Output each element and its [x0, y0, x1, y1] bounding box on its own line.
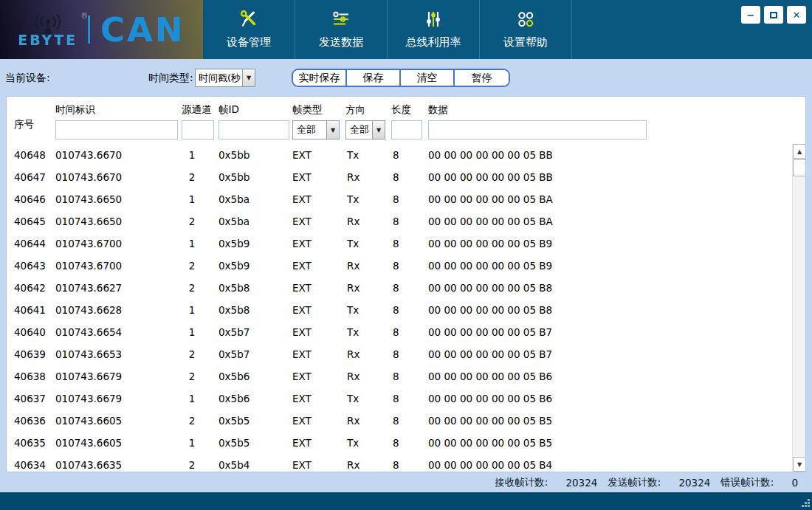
- table-row[interactable]: 40646 010743.6650 1 0x5ba EXT Tx 8 00 00…: [7, 188, 792, 210]
- cell-channel: 2: [179, 410, 205, 432]
- table-row[interactable]: 40641 010743.6628 1 0x5b8 EXT Tx 8 00 00…: [7, 299, 792, 321]
- table-row[interactable]: 40645 010743.6650 2 0x5ba EXT Rx 8 00 00…: [7, 210, 792, 232]
- column-header-frame-id: 帧ID: [219, 103, 239, 117]
- realtime-save-button[interactable]: 实时保存: [293, 70, 347, 86]
- cell-frame-id: 0x5b5: [219, 410, 250, 432]
- time-type-value: 时间戳(秒: [196, 69, 242, 86]
- table-row[interactable]: 40638 010743.6679 2 0x5b6 EXT Rx 8 00 00…: [7, 365, 792, 387]
- minimize-button[interactable]: −: [741, 6, 760, 24]
- table-row[interactable]: 40644 010743.6700 1 0x5b9 EXT Tx 8 00 00…: [7, 232, 792, 255]
- cell-frame-id: 0x5b6: [219, 365, 250, 387]
- chevron-down-icon: ▼: [326, 121, 339, 139]
- table-row[interactable]: 40643 010743.6700 2 0x5b9 EXT Rx 8 00 00…: [7, 255, 792, 277]
- nav-tab-send-data[interactable]: 发送数据: [295, 0, 388, 59]
- table-row[interactable]: 40647 010743.6670 2 0x5bb EXT Rx 8 00 00…: [7, 166, 792, 188]
- time-type-dropdown[interactable]: 时间戳(秒 ▼: [195, 69, 255, 87]
- resize-grip[interactable]: [801, 499, 810, 508]
- table-row[interactable]: 40639 010743.6653 2 0x5b7 EXT Rx 8 00 00…: [7, 343, 792, 365]
- filter-frame-id-input[interactable]: [219, 120, 289, 139]
- sent-frame-counter: 发送帧计数: 20324: [608, 476, 710, 489]
- cell-length: 8: [393, 365, 399, 387]
- cell-channel: 2: [179, 166, 205, 188]
- close-button[interactable]: ✕: [787, 6, 806, 24]
- cell-frame-id: 0x5ba: [219, 188, 250, 210]
- cell-channel: 1: [179, 321, 205, 343]
- filter-time-input[interactable]: [55, 120, 178, 139]
- save-button[interactable]: 保存: [347, 70, 401, 86]
- scroll-down-button[interactable]: ▼: [793, 457, 806, 472]
- nav-tab-bus-utilization[interactable]: 总线利用率: [388, 0, 480, 59]
- cell-length: 8: [393, 343, 399, 365]
- close-icon: ✕: [793, 10, 801, 20]
- table-row[interactable]: 40637 010743.6679 1 0x5b6 EXT Tx 8 00 00…: [7, 387, 792, 410]
- maximize-button[interactable]: [764, 6, 783, 24]
- cell-direction: Tx: [347, 321, 359, 343]
- table-row[interactable]: 40636 010743.6605 2 0x5b5 EXT Rx 8 00 00…: [7, 410, 792, 432]
- cell-channel: 2: [179, 277, 205, 299]
- cell-frame-type: EXT: [292, 255, 312, 277]
- cell-data: 00 00 00 00 00 00 05 B6: [428, 365, 552, 387]
- cell-frame-type: EXT: [292, 166, 312, 188]
- cell-data: 00 00 00 00 00 00 05 B8: [428, 277, 552, 299]
- cell-seq: 40636: [14, 410, 46, 432]
- vertical-scrollbar[interactable]: ▲ ▼: [792, 144, 805, 472]
- filter-channel-input[interactable]: [182, 120, 214, 139]
- nav-tab-settings-help[interactable]: 设置帮助: [480, 0, 572, 59]
- cell-frame-type: EXT: [292, 299, 312, 321]
- cell-channel: 2: [179, 454, 205, 472]
- clear-button[interactable]: 清空: [401, 70, 455, 86]
- cell-time: 010743.6653: [55, 343, 122, 365]
- scroll-up-button[interactable]: ▲: [793, 144, 806, 159]
- cell-frame-id: 0x5b9: [219, 255, 250, 277]
- table-header: 序号 时间标识 源通道 帧ID 帧类型 方向 长度 数据 全部 ▼ 全部 ▼: [7, 97, 805, 144]
- filter-frame-type-value: 全部: [293, 121, 326, 139]
- cell-direction: Rx: [347, 365, 359, 387]
- cell-length: 8: [393, 410, 399, 432]
- nav-tabs: 设备管理 发送数据: [203, 0, 572, 59]
- nav-tab-label: 设置帮助: [503, 35, 548, 49]
- nav-tab-device-management[interactable]: 设备管理: [203, 0, 295, 59]
- cell-length: 8: [393, 232, 399, 255]
- cell-data: 00 00 00 00 00 00 05 BB: [428, 166, 553, 188]
- table-row[interactable]: 40648 010743.6670 1 0x5bb EXT Tx 8 00 00…: [7, 144, 792, 166]
- cell-seq: 40646: [14, 188, 46, 210]
- nav-tab-label: 发送数据: [319, 35, 363, 49]
- cell-time: 010743.6679: [55, 387, 122, 410]
- cell-channel: 1: [179, 232, 205, 255]
- sent-frame-label: 发送帧计数:: [608, 476, 661, 489]
- maximize-icon: [770, 12, 777, 18]
- cell-frame-id: 0x5b4: [219, 454, 250, 472]
- cell-channel: 2: [179, 255, 205, 277]
- cell-time: 010743.6670: [55, 144, 122, 166]
- cell-seq: 40647: [14, 166, 46, 188]
- filter-direction-dropdown[interactable]: 全部 ▼: [345, 120, 385, 139]
- filter-frame-type-dropdown[interactable]: 全部 ▼: [292, 120, 340, 139]
- cell-time: 010743.6700: [55, 255, 122, 277]
- table-row[interactable]: 40642 010743.6627 2 0x5b8 EXT Rx 8 00 00…: [7, 277, 792, 299]
- cell-frame-id: 0x5bb: [219, 166, 250, 188]
- cell-frame-id: 0x5b6: [219, 387, 250, 410]
- filter-length-input[interactable]: [391, 120, 422, 139]
- cell-seq: 40637: [14, 387, 46, 410]
- table-body: 40648 010743.6670 1 0x5bb EXT Tx 8 00 00…: [7, 144, 792, 472]
- cell-length: 8: [393, 144, 399, 166]
- scrollbar-thumb[interactable]: [793, 159, 806, 176]
- received-frame-value: 20324: [565, 477, 597, 489]
- cell-frame-id: 0x5b7: [219, 321, 250, 343]
- chevron-down-icon: ▼: [242, 69, 255, 86]
- table-row[interactable]: 40634 010743.6635 2 0x5b4 EXT Rx 8 00 00…: [7, 454, 792, 472]
- cell-direction: Tx: [347, 144, 359, 166]
- table-row[interactable]: 40635 010743.6605 1 0x5b5 EXT Tx 8 00 00…: [7, 432, 792, 454]
- cell-time: 010743.6605: [55, 410, 122, 432]
- app-window: ® EBYTE CAN 设备管理: [0, 0, 812, 510]
- cell-length: 8: [393, 277, 399, 299]
- brand-name: EBYTE: [18, 33, 78, 47]
- cell-seq: 40648: [14, 144, 46, 166]
- received-frame-label: 接收帧计数:: [495, 476, 548, 489]
- cell-direction: Rx: [347, 166, 359, 188]
- pause-button[interactable]: 暂停: [455, 70, 509, 86]
- statusbar: 接收帧计数: 20324 发送帧计数: 20324 错误帧计数: 0: [0, 472, 812, 492]
- triangle-down-icon: ▼: [797, 461, 802, 468]
- filter-data-input[interactable]: [428, 120, 647, 139]
- table-row[interactable]: 40640 010743.6654 1 0x5b7 EXT Tx 8 00 00…: [7, 321, 792, 343]
